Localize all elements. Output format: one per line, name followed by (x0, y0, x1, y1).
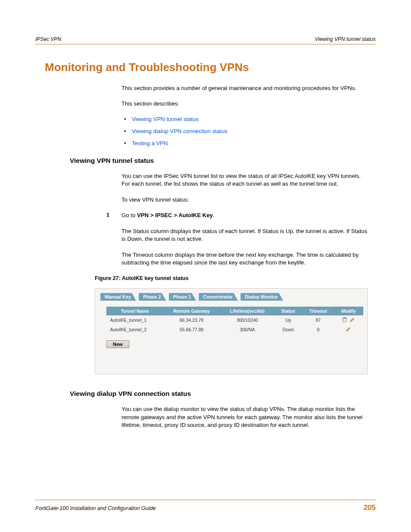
footer-rule (35, 500, 376, 500)
header-right: Viewing VPN tunnel status (315, 36, 376, 42)
figure-screenshot: Manual Key Phase 2 Phase 1 Concentrator … (95, 288, 368, 374)
col-timeout: Timeout (302, 307, 334, 315)
figure-caption: Figure 27: AutoIKE key tunnel status (95, 275, 368, 283)
toc-bullets: Viewing VPN tunnel status Viewing dialup… (121, 116, 368, 146)
page-title: Monitoring and Troubleshooting VPNs (45, 61, 376, 74)
col-status: Status (274, 307, 302, 315)
link-viewing-tunnel-status[interactable]: Viewing VPN tunnel status (132, 116, 199, 122)
tab-phase-1[interactable]: Phase 1 (169, 293, 196, 301)
svg-rect-0 (343, 318, 346, 322)
edit-icon[interactable] (346, 327, 351, 332)
intro-paragraph-1: This section provides a number of genera… (121, 84, 368, 92)
tab-manual-key[interactable]: Manual Key (100, 293, 136, 301)
sec1-p1: You can use the IPSec VPN tunnel list to… (121, 172, 368, 188)
step-text: Go to VPN > IPSEC > AutoIKE Key. (121, 212, 368, 219)
page-number: 205 (364, 504, 376, 512)
tab-concentrator[interactable]: Concentrator (199, 293, 238, 301)
table-row: AutoIKE_tunnel_1 66.34.23.78 300/10240 U… (107, 315, 363, 325)
edit-icon[interactable] (350, 317, 355, 322)
sec1-p2: To view VPN tunnel status: (121, 196, 368, 204)
col-lifetime: Lifetime(sec/kb) (220, 307, 274, 315)
section-heading-dialup-status: Viewing dialup VPN connection status (70, 390, 376, 398)
sec1-p4: The Timeout column displays the time bef… (121, 251, 368, 267)
sec1-p3: The Status column displays the status of… (121, 227, 368, 243)
tab-bar: Manual Key Phase 2 Phase 1 Concentrator … (100, 293, 362, 301)
trash-icon[interactable] (342, 317, 347, 322)
link-testing-vpn[interactable]: Testing a VPN (132, 140, 168, 146)
table-row: AutoIKE_tunnel_2 55.66.77.88 300/NA Down… (107, 325, 363, 334)
page-footer: FortiGate-100 Installation and Configura… (35, 500, 376, 512)
section-heading-tunnel-status: Viewing VPN tunnel status (70, 157, 376, 165)
running-header: IPSec VPN Viewing VPN tunnel status (35, 36, 376, 42)
sec2-p1: You can use the dialup monitor to view t… (121, 405, 368, 429)
new-button[interactable]: New (106, 340, 129, 348)
tab-phase-2[interactable]: Phase 2 (139, 293, 166, 301)
tab-dialup-monitor[interactable]: Dialup Monitor (240, 293, 283, 301)
header-left: IPSec VPN (35, 36, 61, 42)
header-rule (35, 44, 376, 44)
col-modify: Modify (334, 307, 363, 315)
col-remote-gateway: Remote Gateway (163, 307, 220, 315)
step-1: 1 Go to VPN > IPSEC > AutoIKE Key. (95, 212, 368, 219)
intro-paragraph-2: This section describes: (121, 100, 368, 108)
link-viewing-dialup-status[interactable]: Viewing dialup VPN connection status (132, 128, 227, 134)
tunnel-table: Tunnel Name Remote Gateway Lifetime(sec/… (106, 307, 363, 334)
step-number: 1 (95, 212, 109, 219)
col-tunnel-name: Tunnel Name (107, 307, 163, 315)
footer-doc-title: FortiGate-100 Installation and Configura… (35, 505, 156, 511)
